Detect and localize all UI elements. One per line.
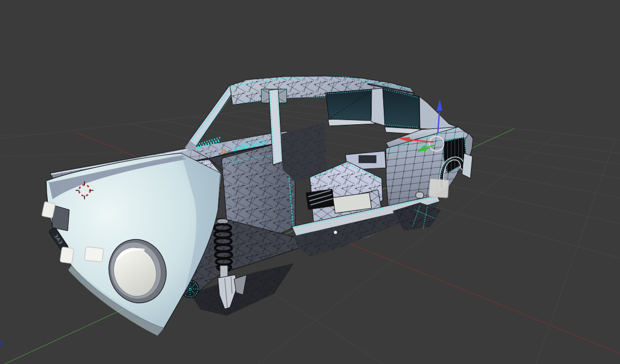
z-axis-label: z [0, 340, 3, 346]
car-rear-side-window [325, 89, 372, 121]
mudflap [429, 179, 449, 198]
car-mesh-object[interactable]: ЗАЗ [41, 76, 473, 336]
car-front-fascia: ЗАЗ [41, 153, 220, 336]
viewport-3d[interactable]: ЗАЗ [0, 0, 620, 364]
bumper-overrider-right [85, 247, 104, 262]
active-vertex-dot [334, 231, 337, 234]
grid-line [0, 153, 126, 156]
object-origin-dot [222, 150, 225, 153]
bumper-overrider-left [60, 247, 74, 264]
car-rear-window [383, 88, 419, 134]
grid-line [0, 105, 294, 138]
grid-line [536, 139, 615, 364]
